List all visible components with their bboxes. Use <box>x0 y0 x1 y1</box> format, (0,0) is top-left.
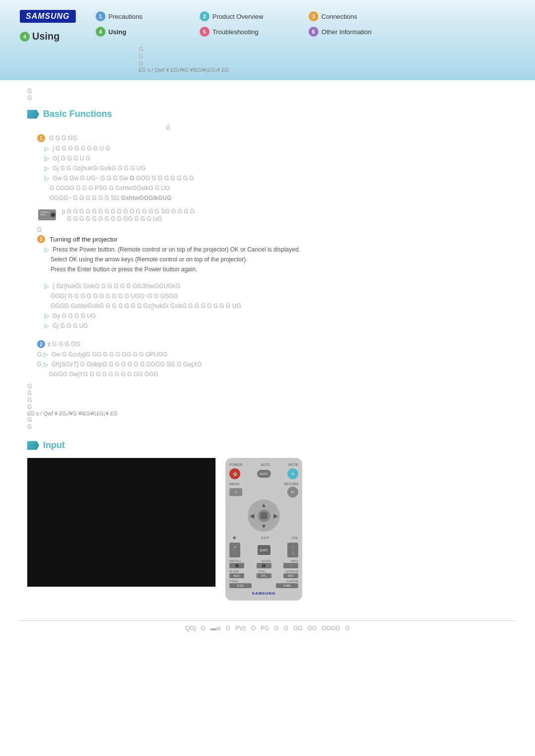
source-label: SOURCE <box>285 570 298 573</box>
install-button[interactable]: ⬛ <box>229 563 244 568</box>
still-button[interactable]: STL <box>257 573 271 578</box>
g-end-2: G <box>27 390 508 397</box>
step-2: Select OK using the arrow keys (Remote c… <box>45 255 508 264</box>
g-line-b: G <box>27 95 508 101</box>
projector-text: p G G G G G G G G G G G G G G G SG G G G… <box>62 207 195 222</box>
vol-right[interactable]: ↑ ↓ <box>287 543 298 557</box>
nav-label-troubleshooting: Troubleshooting <box>213 28 259 36</box>
sub-item-6: GGGG~ G G G G G G SG GshtwGGGlkGUG <box>45 194 508 202</box>
nav-item-using[interactable]: 4 Using <box>96 25 200 38</box>
auto-label: AUTO <box>261 463 270 466</box>
header: SAMSUNG 4 Using 1 Precautions 2 Product … <box>0 0 535 80</box>
nav-num-4: 4 <box>96 27 106 37</box>
dpad-left[interactable]: ◀ <box>250 512 254 519</box>
nav-item-product-overview[interactable]: 2 Product Overview <box>200 10 309 23</box>
projector-icon <box>37 206 59 223</box>
add-line-1: ▷ { Gz{hukGi GslkG G G G G G GG3htwGGUGk… <box>45 282 508 291</box>
dpad-down[interactable]: ▼ <box>261 523 267 530</box>
sub-bullet-icon-3: ▷ <box>45 165 49 172</box>
section-icon-basic <box>27 110 39 119</box>
exit-label: EXIT <box>262 536 269 540</box>
basic-functions-section: Basic Functions <box>27 109 508 119</box>
step-bullet-1: ▷ <box>45 246 49 253</box>
nav-num-2: 2 <box>200 11 210 21</box>
add-bullet-2: ▷ <box>45 312 49 319</box>
zoom-line-1: G ▷ Gw G GzvlyjlG GO G G G GG G G GPUGG <box>37 350 508 359</box>
add-line-5: ▷ Gj G G G UG <box>45 321 508 330</box>
zoom-bullet-2: ▷ <box>44 361 48 368</box>
g-spacer-proj: G <box>27 226 508 233</box>
pmode-label: P.MODE <box>287 580 298 583</box>
dpad[interactable]: ▲ ▼ ◀ ▶ <box>248 500 280 532</box>
nav-label-precautions: Precautions <box>108 13 143 20</box>
menu-label: MENU <box>229 482 240 486</box>
pmode-button[interactable]: P.MD <box>276 583 298 588</box>
return-button[interactable]: ↩ <box>287 487 298 498</box>
sub-bullet-icon-4: ▷ <box>45 175 49 182</box>
main-content: G G Basic Functions G 1 G G G GG ▷ j G G… <box>0 80 535 610</box>
vol-control[interactable]: + - <box>229 543 240 557</box>
svg-rect-4 <box>40 214 46 215</box>
exit-button[interactable]: EXIT <box>258 545 270 555</box>
sub-bullet-icon-2: ▷ <box>45 155 49 162</box>
remote-control: POWER AUTO MUTE ⏻ AUTO ✕ MENU RETURN ≡ ↩ <box>225 458 302 601</box>
g-spacer-1: G <box>139 46 515 53</box>
step-1-text: Press the Power button. (Remote control … <box>53 246 300 253</box>
add-line-4: ▷ Gy G G G G UG <box>45 311 508 320</box>
nav-item-precautions[interactable]: 1 Precautions <box>96 10 200 23</box>
g-spacer-2: G <box>139 53 515 60</box>
add-bullet-1: ▷ <box>45 283 49 290</box>
current-section-label: Using <box>32 31 60 42</box>
power-button[interactable]: ⏻ <box>229 468 240 479</box>
nav-label-product-overview: Product Overview <box>213 13 264 20</box>
bullet-zoom: 2 <box>37 340 45 348</box>
nav-num-5: 5 <box>200 27 210 37</box>
return-label: RETURN <box>284 482 298 486</box>
step-1: ▷ Press the Power button. (Remote contro… <box>45 245 508 254</box>
sub-item-4: ▷ Gw G Gw G UG~ G G G Gw G GOG G G G G G… <box>45 174 508 183</box>
psize-button[interactable]: P.SZ <box>229 583 252 588</box>
display-screen <box>27 458 215 587</box>
nav-label-using: Using <box>108 28 126 36</box>
item-1-header: 1 G G G GG <box>37 134 508 142</box>
menu-button[interactable]: ≡ <box>229 488 242 496</box>
nav-label-connections: Connections <box>321 13 357 20</box>
g-line-a: G <box>27 88 508 95</box>
footer-line-2: £G s / Qwf ¥ £G¡f¥G ¥f£G¥f¡£G¡¥ £G <box>27 410 508 416</box>
sub-bullet-icon-1: ▷ <box>45 145 49 152</box>
remote-container: POWER AUTO MUTE ⏻ AUTO ✕ MENU RETURN ≡ ↩ <box>27 458 508 601</box>
nav-item-troubleshooting[interactable]: 5 Troubleshooting <box>200 25 309 38</box>
vol-plus[interactable]: + <box>229 534 239 542</box>
mute-button[interactable]: ✕ <box>287 468 298 479</box>
auto-button[interactable]: AUTO <box>257 470 271 478</box>
sub-item-3: ▷ Gj G G Gz{hukGi GslkG G G G UG <box>45 164 508 173</box>
page-wrapper: SAMSUNG 4 Using 1 Precautions 2 Product … <box>0 0 535 756</box>
dpad-up[interactable]: ▲ <box>261 502 267 508</box>
g-end-3: G <box>27 397 508 403</box>
still-label: STILL <box>259 570 267 573</box>
g-end-4: G <box>27 403 508 410</box>
dpad-center[interactable] <box>258 509 270 522</box>
g-end-1: G <box>27 383 508 390</box>
nav-item-connections[interactable]: 3 Connections <box>309 10 408 23</box>
blank-label: BLANK <box>229 570 239 573</box>
remote-samsung-logo: SAMSUNG <box>229 591 298 596</box>
nav-num-3: 3 <box>309 11 319 21</box>
quick-button[interactable]: ⬛ <box>257 563 271 568</box>
blank-button[interactable]: BLK <box>229 573 244 578</box>
step-2-text: Select OK using the arrow keys (Remote c… <box>51 256 248 263</box>
sub-item-5: G GGGG G G G PSG G GshtwGGslkG G UG <box>45 184 508 193</box>
turning-off-title: Turning off the projector <box>50 236 117 243</box>
zoom-items: G ▷ Gw G GzvlyjlG GO G G G GG G G GPUGG … <box>27 350 508 379</box>
dpad-center-icon <box>261 512 268 519</box>
dpad-right[interactable]: ▶ <box>273 512 278 519</box>
quick-label: QUICK <box>262 559 271 562</box>
svg-point-2 <box>52 213 54 216</box>
nav-label-other-info: Other Information <box>321 28 372 36</box>
projector-row: p G G G G G G G G G G G G G G G SG G G G… <box>37 206 508 223</box>
nav-item-other-info[interactable]: 6 Other Information <box>309 25 408 38</box>
nav-num-6: 6 <box>309 27 319 37</box>
zoom-header: 2 z G G G GG <box>37 340 508 348</box>
source-button[interactable]: SRC <box>283 573 298 578</box>
info-button[interactable]: i <box>283 563 298 568</box>
